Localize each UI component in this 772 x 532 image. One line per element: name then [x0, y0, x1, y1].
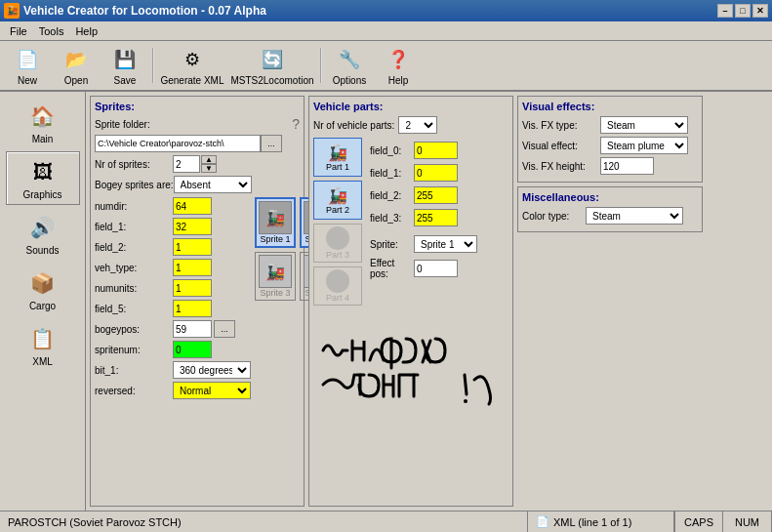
part3-button[interactable]: Part 3 [313, 224, 362, 263]
help-icon: ❓ [385, 46, 412, 73]
folder-input[interactable] [95, 135, 261, 152]
visual-effect-select[interactable]: Steam plume [600, 137, 688, 154]
msts2locomotion-button[interactable]: 🔄 MSTS2Locomotion [228, 43, 316, 88]
numunits-input[interactable] [173, 279, 212, 297]
sidebar-item-main[interactable]: 🏠 Main [6, 96, 80, 149]
bogey-label: Bogey sprites are: [95, 180, 174, 190]
minimize-button[interactable]: – [717, 4, 733, 18]
bogeypos-browse[interactable]: ... [214, 320, 235, 338]
field5-label: field_5: [95, 304, 173, 314]
vp-field2-input[interactable] [414, 186, 458, 204]
folder-row: Sprite folder: ? [95, 116, 300, 132]
vp-sprite-row: Sprite: Sprite 1 [370, 235, 477, 253]
vp-field1-label: field_1: [370, 168, 414, 179]
parts-fields: field_0: field_1: field_2: field_3: [370, 138, 477, 307]
close-button[interactable]: ✕ [752, 4, 768, 18]
nr-parts-select[interactable]: 2 [398, 116, 437, 134]
window-controls: – □ ✕ [717, 4, 768, 18]
color-type-select[interactable]: Steam [586, 207, 683, 225]
numdir-row: numdir: [95, 197, 251, 215]
maximize-button[interactable]: □ [735, 4, 751, 18]
bogey-select[interactable]: Absent [174, 176, 252, 193]
new-button[interactable]: 📄 New [4, 43, 51, 88]
bogeypos-label: bogeypos: [95, 324, 173, 335]
vehtype-input[interactable] [173, 259, 212, 276]
cargo-icon: 📦 [27, 267, 59, 299]
vp-field3-input[interactable] [414, 209, 458, 226]
nr-sprites-up[interactable]: ▲ [201, 155, 217, 164]
sprite3-item[interactable]: 🚂 Sprite 3 [255, 252, 296, 301]
sidebar: 🏠 Main 🖼 Graphics 🔊 Sounds 📦 Cargo 📋 XML [0, 92, 86, 511]
svg-point-0 [464, 399, 467, 403]
part2-icon: 🚂 [328, 186, 347, 205]
numunits-label: numunits: [95, 283, 173, 294]
numdir-input[interactable] [173, 197, 212, 215]
xml-icon: 📋 [27, 323, 59, 354]
bogeypos-input[interactable] [173, 320, 212, 338]
bogey-row: Bogey sprites are: Absent [95, 176, 300, 193]
fx-type-row: Vis. FX type: Steam [522, 116, 698, 134]
generate-xml-button[interactable]: ⚙ Generate XML [158, 43, 226, 88]
status-caps: CAPS [674, 512, 723, 532]
main-icon: 🏠 [27, 101, 59, 132]
part1-button[interactable]: 🚂 Part 1 [313, 138, 362, 177]
status-xml: 📄 XML (line 1 of 1) [528, 512, 674, 532]
vp-effect-input[interactable] [414, 260, 458, 277]
toolbar-divider-1 [152, 48, 154, 83]
nr-sprites-row: Nr of sprites: ▲ ▼ [95, 155, 300, 173]
field1-row: field_1: [95, 218, 251, 235]
visual-effect-label: Visual effect: [522, 141, 600, 151]
menu-tools[interactable]: Tools [33, 23, 70, 39]
field2-input[interactable] [173, 238, 212, 256]
window-title: Vehicle Creator for Locomotion - 0.07 Al… [23, 4, 266, 18]
browse-button[interactable]: ... [261, 135, 282, 152]
part4-button[interactable]: Part 4 [313, 266, 362, 306]
open-button[interactable]: 📂 Open [53, 43, 100, 88]
vehtype-row: veh_type: [95, 259, 251, 276]
save-button[interactable]: 💾 Save [102, 43, 148, 88]
vp-field3-label: field_3: [370, 213, 414, 224]
options-icon: 🔧 [336, 46, 363, 73]
sidebar-item-graphics[interactable]: 🖼 Graphics [6, 151, 80, 205]
sounds-icon: 🔊 [27, 212, 59, 243]
right-panels: Visual effects: Vis. FX type: Steam Visu… [517, 96, 703, 507]
spritenum-input[interactable] [173, 341, 212, 358]
vp-field2-row: field_2: [370, 186, 477, 204]
vp-field1-input[interactable] [414, 164, 458, 182]
help-button[interactable]: ❓ Help [375, 43, 422, 88]
menu-help[interactable]: Help [69, 23, 103, 39]
fx-height-label: Vis. FX height: [522, 161, 600, 172]
toolbar-divider-2 [320, 48, 322, 83]
field1-input[interactable] [173, 218, 212, 235]
menu-file[interactable]: File [4, 23, 33, 39]
status-bar: PAROSTCH (Soviet Parovoz STCH) 📄 XML (li… [0, 511, 772, 532]
vp-sprite-label: Sprite: [370, 239, 414, 250]
xml-icon-small: 📄 [536, 515, 549, 528]
fx-height-input[interactable] [600, 157, 654, 175]
nr-sprites-input[interactable] [173, 155, 200, 173]
sprite1-item[interactable]: 🚂 Sprite 1 [255, 197, 296, 248]
vehicle-parts-title: Vehicle parts: [313, 101, 508, 112]
status-project: PAROSTCH (Soviet Parovoz STCH) [0, 512, 528, 532]
sidebar-item-xml[interactable]: 📋 XML [6, 318, 80, 372]
misc-title: Miscellaneous: [522, 191, 698, 203]
new-icon: 📄 [14, 46, 41, 73]
options-button[interactable]: 🔧 Options [326, 43, 373, 88]
sidebar-item-cargo[interactable]: 📦 Cargo [6, 263, 80, 316]
folder-input-row: ... [95, 135, 300, 152]
toolbar: 📄 New 📂 Open 💾 Save ⚙ Generate XML 🔄 MST… [0, 41, 772, 92]
reversed-select[interactable]: Normal [173, 382, 251, 399]
sidebar-item-sounds[interactable]: 🔊 Sounds [6, 207, 80, 261]
bit1-label: bit_1: [95, 365, 173, 376]
nr-sprites-down[interactable]: ▼ [201, 164, 217, 173]
main-layout: 🏠 Main 🖼 Graphics 🔊 Sounds 📦 Cargo 📋 XML… [0, 92, 772, 511]
visual-effect-row: Visual effect: Steam plume [522, 137, 698, 154]
vp-field0-input[interactable] [414, 142, 458, 159]
fx-type-select[interactable]: Steam [600, 116, 688, 134]
part2-button[interactable]: 🚂 Part 2 [313, 181, 362, 220]
field5-input[interactable] [173, 300, 212, 317]
bit1-select[interactable]: 360 degrees [173, 361, 251, 379]
misc-panel: Miscellaneous: Color type: Steam [517, 186, 703, 232]
vp-sprite-select[interactable]: Sprite 1 [414, 235, 477, 253]
sprites-title: Sprites: [95, 101, 300, 112]
